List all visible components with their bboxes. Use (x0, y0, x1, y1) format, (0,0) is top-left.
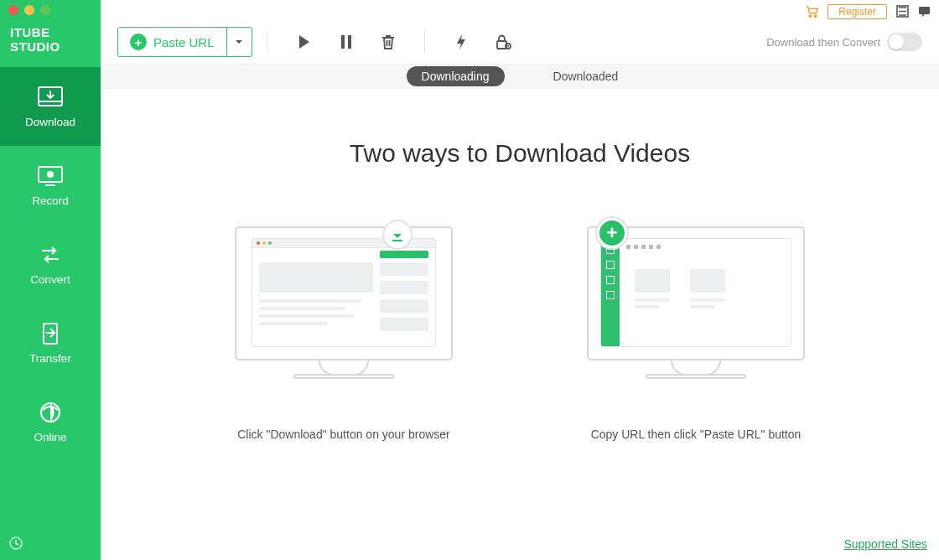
separator (267, 30, 268, 54)
tab-downloading[interactable]: Downloading (407, 66, 505, 86)
cart-icon[interactable] (806, 5, 819, 18)
content-area: Two ways to Download Videos (101, 89, 939, 560)
separator (424, 30, 425, 54)
main-panel: Register + Paste URL (101, 0, 939, 560)
paste-url-dropdown[interactable] (226, 28, 252, 56)
download-then-convert-label: Download then Convert (766, 36, 880, 49)
sidebar-item-convert[interactable]: Convert (0, 225, 101, 303)
sidebar-item-label: Transfer (29, 352, 71, 365)
instruction-caption: Click "Download" button on your browser (237, 428, 450, 441)
svg-point-9 (815, 15, 817, 17)
footer: Supported Sites (843, 537, 927, 552)
download-arrow-icon (382, 220, 412, 250)
sidebar-item-online[interactable]: Online (0, 382, 101, 461)
paste-url-button[interactable]: + Paste URL (118, 28, 226, 56)
sidebar-item-download[interactable]: Download (0, 67, 101, 146)
toolbar: + Paste URL (101, 20, 939, 64)
plus-circle-icon: + (130, 34, 147, 50)
instruction-card-browser: Click "Download" button on your browser (218, 226, 470, 441)
sidebar-item-transfer[interactable]: Transfer (0, 303, 101, 382)
transfer-device-icon (35, 322, 65, 345)
window-traffic-lights (0, 0, 101, 13)
sidebar-item-label: Download (25, 116, 75, 128)
instruction-card-pasteurl: + Copy URL then click "Paste URL" button (570, 226, 822, 441)
sidebar: ITUBE STUDIO Download (0, 0, 101, 560)
toggle-knob (889, 34, 904, 49)
app-window: ITUBE STUDIO Download (0, 0, 939, 560)
plus-circle-icon: + (597, 218, 627, 248)
private-lock-icon[interactable] (494, 33, 512, 51)
sidebar-item-record[interactable]: Record (0, 146, 101, 225)
history-clock-icon[interactable] (0, 526, 101, 560)
top-utility-row: Register (101, 0, 939, 20)
convert-arrows-icon (35, 243, 65, 267)
page-heading: Two ways to Download Videos (101, 139, 939, 168)
globe-icon (35, 401, 65, 424)
monitor-illustration (235, 226, 453, 381)
paste-url-label: Paste URL (153, 35, 215, 49)
app-brand: ITUBE STUDIO (0, 13, 101, 67)
instruction-caption: Copy URL then click "Paste URL" button (591, 428, 802, 441)
svg-point-4 (47, 171, 54, 178)
supported-sites-link[interactable]: Supported Sites (843, 537, 927, 551)
svg-rect-12 (341, 35, 345, 49)
instruction-cards: Click "Download" button on your browser (101, 226, 939, 441)
sidebar-nav: Download Record (0, 67, 101, 461)
tab-bar: Downloading Downloaded (101, 64, 939, 89)
svg-point-16 (507, 45, 509, 47)
sidebar-item-label: Convert (30, 273, 70, 286)
trash-icon[interactable] (379, 33, 397, 51)
monitor-illustration: + (587, 226, 805, 381)
record-monitor-icon (35, 164, 65, 188)
play-icon[interactable] (295, 33, 314, 51)
svg-rect-17 (392, 240, 402, 241)
paste-url-group: + Paste URL (117, 27, 252, 57)
download-tray-icon (35, 86, 65, 109)
svg-rect-11 (919, 7, 930, 14)
feedback-icon[interactable] (917, 5, 931, 18)
sidebar-item-label: Online (34, 431, 66, 443)
svg-rect-13 (348, 35, 351, 49)
svg-rect-14 (497, 41, 506, 49)
sidebar-item-label: Record (32, 194, 69, 207)
pause-icon[interactable] (337, 33, 355, 51)
download-then-convert-toggle[interactable] (887, 33, 922, 51)
turbo-bolt-icon[interactable] (452, 33, 470, 51)
menu-list-icon[interactable] (895, 5, 909, 18)
register-button[interactable]: Register (827, 4, 887, 19)
svg-point-8 (809, 15, 811, 17)
tab-downloaded[interactable]: Downloaded (538, 66, 634, 86)
